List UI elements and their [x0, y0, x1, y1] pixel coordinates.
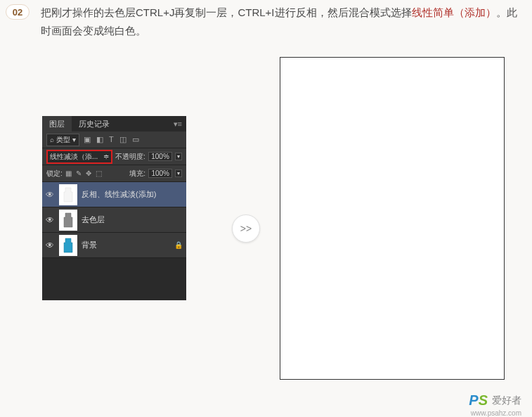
layers-list: 👁 反相、线性减淡(添加) 👁 去色层 👁 背景 🔒 — [42, 182, 186, 258]
fill-label: 填充: — [129, 169, 145, 179]
watermark: PS 爱好者 — [469, 392, 521, 409]
arrow-indicator: >> — [232, 214, 260, 243]
step-badge: 02 — [6, 4, 30, 20]
layer-name: 反相、线性减淡(添加) — [82, 189, 183, 200]
filter-icons: ▣ ◧ T ◫ ▭ — [84, 135, 139, 144]
filter-text-icon[interactable]: T — [109, 135, 114, 144]
tab-layers[interactable]: 图层 — [42, 116, 72, 131]
result-canvas — [280, 57, 505, 380]
opacity-value[interactable]: 100% — [148, 152, 172, 161]
panel-menu[interactable]: ▾≡ — [174, 120, 186, 129]
lock-position-icon[interactable]: ✥ — [86, 169, 91, 177]
filter-row: ⌕ 类型 ▾ ▣ ◧ T ◫ ▭ — [42, 131, 186, 148]
visibility-icon[interactable]: 👁 — [45, 215, 55, 225]
layer-name: 背景 — [82, 240, 169, 250]
blend-mode-dropdown[interactable]: 线性减淡（添... ≑ — [46, 150, 112, 164]
filter-adjust-icon[interactable]: ◧ — [96, 135, 103, 144]
visibility-icon[interactable]: 👁 — [45, 190, 55, 200]
panel-footer — [42, 258, 186, 300]
watermark-logo: PS — [469, 392, 488, 409]
layer-row[interactable]: 👁 去色层 — [42, 207, 186, 233]
lock-all-icon[interactable]: ⬚ — [96, 169, 102, 177]
blend-row: 线性减淡（添... ≑ 不透明度: 100% ▾ — [42, 148, 186, 165]
opacity-label: 不透明度: — [115, 152, 145, 162]
layer-thumbnail — [59, 184, 77, 205]
watermark-url: www.psahz.com — [471, 409, 521, 417]
fill-arrow-icon[interactable]: ▾ — [175, 169, 182, 177]
instruction-text: 把刚才操作的去色层CTRL+J再复制一层，CTRL+I进行反相，然后混合模式选择… — [41, 4, 524, 40]
visibility-icon[interactable]: 👁 — [45, 240, 55, 250]
filter-smart-icon[interactable]: ▭ — [132, 135, 139, 144]
fill-value[interactable]: 100% — [148, 169, 172, 178]
layer-name: 去色层 — [82, 214, 183, 225]
lock-row: 锁定: ▦ ✎ ✥ ⬚ 填充: 100% ▾ — [42, 165, 186, 182]
lock-image-icon[interactable]: ✎ — [76, 169, 82, 177]
filter-pixel-icon[interactable]: ▣ — [84, 135, 91, 144]
filter-type-dropdown[interactable]: ⌕ 类型 ▾ — [46, 134, 79, 146]
watermark-text: 爱好者 — [492, 394, 521, 407]
lock-icons: ▦ ✎ ✥ ⬚ — [65, 169, 102, 177]
step-number: 02 — [13, 7, 22, 18]
filter-shape-icon[interactable]: ◫ — [119, 135, 126, 144]
panel-tabs: 图层 历史记录 ▾≡ — [42, 116, 186, 131]
lock-label: 锁定: — [46, 169, 63, 179]
layer-row[interactable]: 👁 背景 🔒 — [42, 233, 186, 258]
opacity-arrow-icon[interactable]: ▾ — [175, 153, 182, 160]
arrow-right-icon: >> — [240, 223, 252, 234]
lock-icon: 🔒 — [174, 241, 183, 249]
layer-row[interactable]: 👁 反相、线性减淡(添加) — [42, 182, 186, 207]
layer-thumbnail — [59, 210, 77, 231]
layers-panel: 图层 历史记录 ▾≡ ⌕ 类型 ▾ ▣ ◧ T ◫ ▭ 线性减淡（添... ≑ … — [42, 116, 186, 300]
lock-transparent-icon[interactable]: ▦ — [65, 169, 72, 177]
search-icon: ⌕ — [50, 136, 54, 143]
layer-thumbnail — [59, 235, 77, 256]
chevron-down-icon: ▾ — [72, 136, 76, 143]
dropdown-arrow-icon: ≑ — [103, 153, 109, 160]
tab-history[interactable]: 历史记录 — [72, 116, 117, 131]
